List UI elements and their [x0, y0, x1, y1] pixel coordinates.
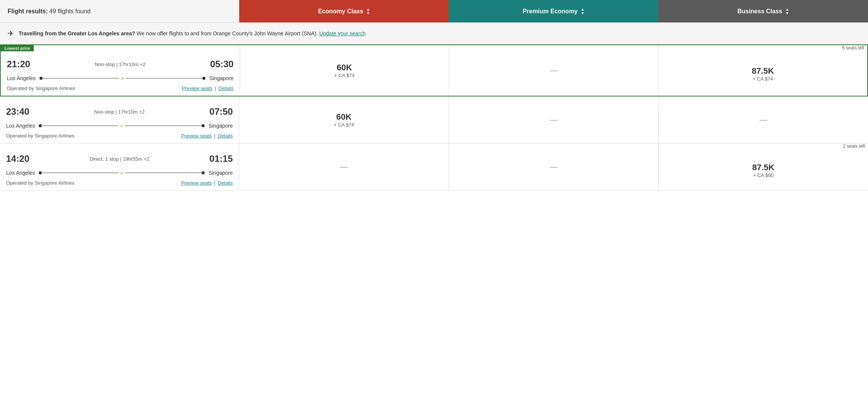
route-line-bar: [42, 172, 118, 173]
arrive-time: 01:15: [210, 153, 233, 164]
flight-results: Lowest price 21:20 Non-stop | 17hr10m +2…: [0, 44, 868, 191]
route-from: Los Angeles: [6, 170, 35, 176]
economy-price-sub: + CA $74: [334, 73, 355, 78]
route-to: Singapore: [208, 123, 233, 129]
business-price-unavailable: —: [659, 96, 868, 143]
economy-sort-arrows: ▲▼: [366, 8, 370, 15]
depart-time: 14:20: [6, 153, 29, 164]
premium-price-unavailable: —: [449, 45, 658, 96]
preview-seats-link[interactable]: Preview seats: [181, 133, 212, 139]
flight-info: 14:20 Direct, 1 stop | 19hr55m +2 01:15 …: [0, 144, 239, 190]
economy-price-sub: + CA $74: [334, 122, 354, 128]
route-arrows: »: [120, 169, 123, 176]
lowest-price-badge: Lowest price: [1, 45, 34, 51]
flight-route: Los Angeles » Singapore: [7, 75, 234, 82]
economy-col: —: [239, 144, 449, 190]
route-arrows: »: [121, 75, 124, 82]
economy-price: 60K + CA $74: [240, 45, 449, 96]
flight-card: 14:20 Direct, 1 stop | 19hr55m +2 01:15 …: [0, 144, 868, 191]
flight-meta: Direct, 1 stop | 19hr55m +2: [90, 156, 149, 162]
details-link[interactable]: Details: [218, 180, 233, 186]
arrive-time: 07:50: [210, 106, 233, 117]
business-price: 87.5K + CA $90: [659, 150, 868, 190]
flight-info: 23:40 Non-stop | 17hr10m +2 07:50 Los An…: [0, 96, 239, 143]
depart-time: 21:20: [7, 59, 30, 70]
business-price-main: 87.5K: [752, 66, 774, 76]
business-price-sub: + CA $74: [753, 76, 773, 82]
route-dot-start: [39, 171, 42, 174]
footer-links: Preview seats | Details: [182, 85, 234, 91]
route-line-bar2: [126, 78, 202, 79]
economy-col: 60K + CA $74: [239, 96, 449, 143]
route-from: Los Angeles: [7, 75, 36, 81]
separator: |: [214, 133, 215, 139]
operator: Operated by Singapore Airlines: [7, 85, 75, 91]
flight-times: 23:40 Non-stop | 17hr10m +2 07:50: [6, 101, 233, 120]
flight-meta: Non-stop | 17hr10m +2: [95, 62, 145, 67]
premium-price-unavailable: —: [449, 144, 658, 190]
economy-price-main: 60K: [336, 112, 351, 122]
route-line: »: [39, 169, 205, 176]
tab-economy[interactable]: Economy Class ▲▼: [239, 0, 449, 22]
plane-icon: ✈: [8, 29, 14, 38]
flight-footer: Operated by Singapore Airlines Preview s…: [7, 85, 234, 91]
notice-banner: ✈ Travelling from the Greater Los Angele…: [0, 23, 868, 44]
update-search-link[interactable]: Update your search: [319, 30, 366, 36]
route-to: Singapore: [209, 75, 234, 81]
premium-price-unavailable: —: [449, 96, 658, 143]
route-dot-start: [39, 77, 43, 80]
seats-left: 6 seats left: [658, 45, 867, 51]
route-dot-end: [202, 124, 205, 127]
route-arrows: »: [120, 122, 123, 129]
seats-left: 2 seats left: [659, 144, 868, 149]
route-dot-end: [202, 77, 205, 80]
flight-meta: Non-stop | 17hr10m +2: [94, 109, 145, 115]
tab-economy-label: Economy Class: [318, 8, 363, 15]
business-price-main: 87.5K: [752, 163, 775, 172]
notice-text: Travelling from the Greater Los Angeles …: [19, 30, 366, 36]
flight-times: 21:20 Non-stop | 17hr10m +2 05:30: [7, 50, 234, 73]
business-col: 6 seats left 87.5K + CA $74: [658, 45, 867, 96]
tab-premium[interactable]: Premium Economy ▲▼: [449, 0, 658, 22]
flight-times: 14:20 Direct, 1 stop | 19hr55m +2 01:15: [6, 148, 233, 167]
economy-price-unavailable: —: [239, 144, 448, 190]
premium-col: —: [449, 45, 658, 96]
flight-info: Lowest price 21:20 Non-stop | 17hr10m +2…: [1, 45, 240, 96]
route-line-bar2: [125, 125, 202, 126]
preview-seats-link[interactable]: Preview seats: [182, 85, 213, 91]
route-line: »: [39, 75, 205, 82]
tab-business[interactable]: Business Class ▲▼: [658, 0, 868, 22]
operator: Operated by Singapore Airlines: [6, 180, 74, 186]
route-dot-end: [202, 171, 205, 174]
flight-card: Lowest price 21:20 Non-stop | 17hr10m +2…: [0, 44, 868, 96]
details-link[interactable]: Details: [218, 133, 233, 139]
title-prefix: Flight results:: [8, 8, 48, 15]
business-price-sub: + CA $90: [753, 172, 773, 178]
business-price: 87.5K + CA $74: [658, 52, 867, 96]
route-line: »: [39, 122, 205, 129]
separator: |: [214, 180, 215, 186]
premium-sort-arrows: ▲▼: [581, 8, 585, 15]
footer-links: Preview seats | Details: [181, 133, 233, 139]
economy-col: 60K + CA $74: [240, 45, 449, 96]
route-line-bar: [43, 78, 119, 79]
notice-bold: Travelling from the Greater Los Angeles …: [19, 30, 135, 36]
details-link[interactable]: Details: [218, 85, 234, 91]
route-to: Singapore: [208, 170, 233, 176]
flight-count: 49 flights found: [49, 8, 91, 15]
premium-col: —: [449, 96, 658, 143]
route-dot-start: [39, 124, 42, 127]
footer-links: Preview seats | Details: [181, 180, 233, 186]
preview-seats-link[interactable]: Preview seats: [181, 180, 212, 186]
economy-price: 60K + CA $74: [239, 96, 448, 143]
page-header: Flight results: 49 flights found Economy…: [0, 0, 868, 23]
business-col: —: [659, 96, 868, 143]
flight-route: Los Angeles » Singapore: [6, 169, 233, 176]
results-title: Flight results: 49 flights found: [0, 0, 239, 22]
premium-col: —: [449, 144, 658, 190]
economy-price-main: 60K: [337, 63, 352, 73]
tab-premium-label: Premium Economy: [523, 8, 578, 15]
route-line-bar: [42, 125, 118, 126]
separator: |: [215, 85, 216, 91]
arrive-time: 05:30: [210, 59, 234, 70]
